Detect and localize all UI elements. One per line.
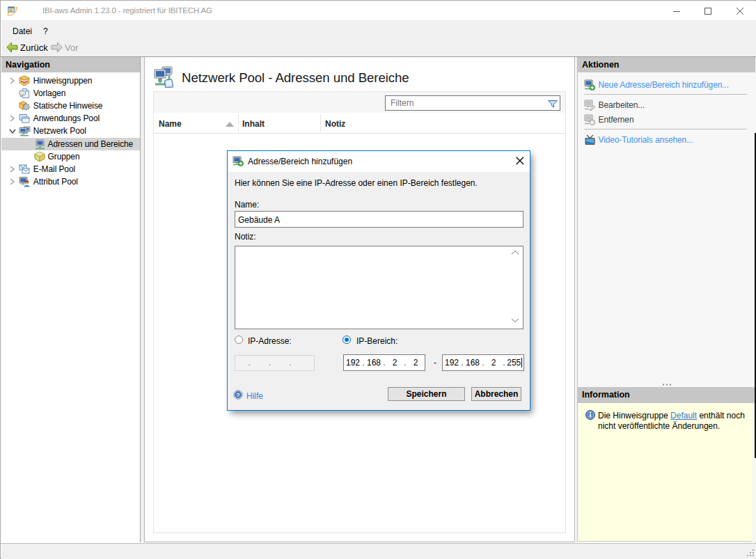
- svg-text:?: ?: [237, 392, 240, 398]
